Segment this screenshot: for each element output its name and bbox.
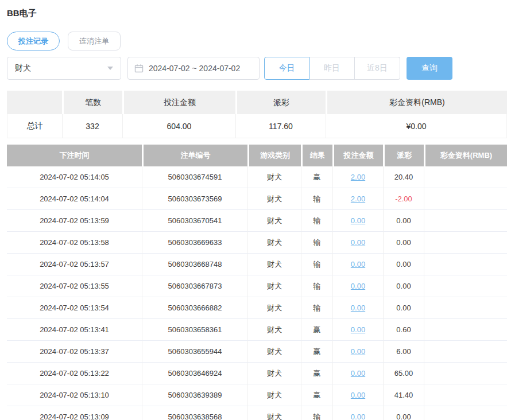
bet-amount-link[interactable]: 0.00: [351, 260, 365, 269]
bet-amount-link[interactable]: 0.00: [351, 325, 365, 334]
bet-amount-cell: 0.00: [332, 341, 383, 363]
today-button[interactable]: 今日: [264, 57, 309, 80]
order-no-cell: 5060303639389: [142, 384, 247, 406]
game-type-cell: 财犬: [247, 341, 301, 363]
bonus-cell: [424, 384, 507, 406]
yesterday-button[interactable]: 昨日: [309, 57, 355, 80]
bet-table-body: 2024-07-02 05:14:05 5060303674591 财犬 赢 2…: [7, 166, 507, 420]
header-payout: 派彩: [383, 145, 424, 166]
bet-amount-link[interactable]: 2.00: [351, 173, 365, 181]
order-no-cell: 5060303674591: [142, 166, 247, 188]
bet-amount-cell: 0.00: [332, 297, 383, 319]
table-row: 2024-07-02 05:13:10 5060303639389 财犬 赢 0…: [7, 384, 507, 406]
order-no-cell: 5060303668748: [142, 254, 247, 275]
summary-header-bet-amount: 投注金额: [122, 91, 235, 114]
bet-amount-link[interactable]: 0.00: [351, 304, 365, 312]
table-row: 2024-07-02 05:13:59 5060303670541 财犬 输 0…: [7, 210, 507, 232]
bet-time-cell: 2024-07-02 05:13:58: [7, 232, 142, 254]
result-cell: 输: [301, 297, 332, 319]
table-row: 2024-07-02 05:13:37 5060303655944 财犬 赢 0…: [7, 341, 507, 363]
bet-amount-cell: 0.00: [332, 363, 383, 384]
result-cell: 输: [301, 188, 332, 210]
page-title: BB电子: [0, 0, 507, 18]
filter-row: 财犬 2024-07-02 ~ 2024-07-02 今日 昨日 近8日 查询: [7, 57, 507, 80]
bet-time-cell: 2024-07-02 05:13:59: [7, 210, 142, 232]
bonus-cell: [424, 275, 507, 297]
game-type-cell: 财犬: [247, 319, 301, 341]
header-bet-amount: 投注金额: [332, 145, 383, 166]
bonus-cell: [424, 363, 507, 384]
bonus-cell: [424, 406, 507, 420]
game-type-cell: 财犬: [247, 297, 301, 319]
result-cell: 输: [301, 275, 332, 297]
bet-table-header-row: 下注时间 注单编号 游戏类别 结果 投注金额 派彩 彩金资料(RMB): [7, 145, 507, 166]
game-type-cell: 财犬: [247, 166, 301, 188]
bet-amount-link[interactable]: 0.00: [351, 282, 365, 290]
last-8-days-button[interactable]: 近8日: [355, 57, 400, 80]
bet-time-cell: 2024-07-02 05:13:55: [7, 275, 142, 297]
bet-amount-cell: 0.00: [332, 254, 383, 275]
table-row: 2024-07-02 05:13:41 5060303658361 财犬 赢 0…: [7, 319, 507, 341]
bet-time-cell: 2024-07-02 05:13:41: [7, 319, 142, 341]
bet-time-cell: 2024-07-02 05:13:10: [7, 384, 142, 406]
payout-cell: -2.00: [383, 188, 424, 210]
bet-amount-link[interactable]: 0.00: [351, 216, 365, 225]
bet-amount-link[interactable]: 2.00: [351, 195, 365, 203]
bonus-cell: [424, 188, 507, 210]
bet-time-cell: 2024-07-02 05:14:04: [7, 188, 142, 210]
tab-bet-records[interactable]: 投注记录: [7, 32, 60, 50]
table-row: 2024-07-02 05:13:09 5060303638568 财犬 输 0…: [7, 406, 507, 420]
order-no-cell: 5060303667873: [142, 275, 247, 297]
result-cell: 输: [301, 254, 332, 275]
bet-amount-cell: 0.00: [332, 275, 383, 297]
result-cell: 赢: [301, 384, 332, 406]
tab-cancelled-orders[interactable]: 连消注单: [68, 32, 121, 50]
bet-amount-link[interactable]: 0.00: [351, 347, 365, 356]
result-cell: 赢: [301, 363, 332, 384]
bet-amount-cell: 0.00: [332, 384, 383, 406]
bet-amount-link[interactable]: 0.00: [351, 413, 365, 420]
payout-cell: 0.00: [383, 210, 424, 232]
summary-header-blank: [7, 91, 62, 114]
bet-time-cell: 2024-07-02 05:13:22: [7, 363, 142, 384]
game-type-cell: 财犬: [247, 232, 301, 254]
game-select-value: 财犬: [15, 63, 31, 73]
summary-header-row: 笔数 投注金额 派彩 彩金资料(RMB): [7, 91, 507, 114]
summary-total-label: 总计: [7, 114, 62, 138]
payout-cell: 0.00: [383, 254, 424, 275]
summary-table: 笔数 投注金额 派彩 彩金资料(RMB) 总计 332 604.00 117.6…: [7, 91, 507, 138]
payout-cell: 20.40: [383, 166, 424, 188]
bet-time-cell: 2024-07-02 05:13:09: [7, 406, 142, 420]
calendar-icon: [134, 64, 144, 73]
quick-range-group: 今日 昨日 近8日: [264, 57, 400, 80]
bet-amount-link[interactable]: 0.00: [351, 391, 365, 399]
game-select[interactable]: 财犬: [7, 57, 121, 80]
payout-cell: 0.00: [383, 297, 424, 319]
bonus-cell: [424, 319, 507, 341]
bonus-cell: [424, 341, 507, 363]
payout-cell: 0.00: [383, 232, 424, 254]
bet-amount-link[interactable]: 0.00: [351, 238, 365, 247]
game-type-cell: 财犬: [247, 363, 301, 384]
game-type-cell: 财犬: [247, 254, 301, 275]
summary-header-payout: 派彩: [235, 91, 326, 114]
payout-cell: 0.60: [383, 319, 424, 341]
bonus-cell: [424, 254, 507, 275]
game-type-cell: 财犬: [247, 210, 301, 232]
order-no-cell: 5060303655944: [142, 341, 247, 363]
order-no-cell: 5060303646924: [142, 363, 247, 384]
date-range-input[interactable]: 2024-07-02 ~ 2024-07-02: [127, 57, 260, 80]
summary-total-count: 332: [62, 114, 122, 138]
game-type-cell: 财犬: [247, 406, 301, 420]
bet-amount-link[interactable]: 0.00: [351, 369, 365, 378]
summary-total-bet-amount: 604.00: [122, 114, 235, 138]
bet-amount-cell: 0.00: [332, 232, 383, 254]
bonus-cell: [424, 232, 507, 254]
table-row: 2024-07-02 05:13:54 5060303666882 财犬 输 0…: [7, 297, 507, 319]
order-no-cell: 5060303670541: [142, 210, 247, 232]
bonus-cell: [424, 297, 507, 319]
search-button[interactable]: 查询: [407, 57, 452, 80]
tab-bar: 投注记录 连消注单: [7, 32, 507, 50]
header-game-type: 游戏类别: [247, 145, 301, 166]
bet-time-cell: 2024-07-02 05:13:57: [7, 254, 142, 275]
